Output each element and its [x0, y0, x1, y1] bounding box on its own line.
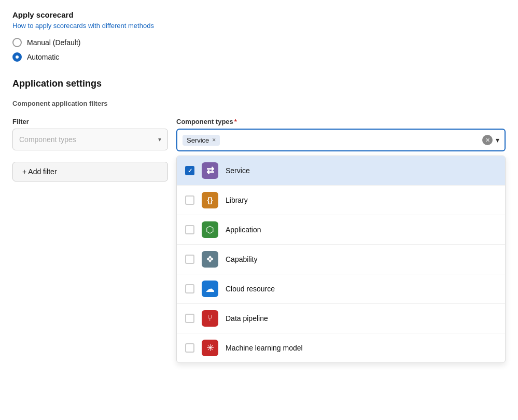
clear-all-icon[interactable]: ✕ [482, 135, 493, 145]
checkbox-library[interactable] [185, 195, 194, 205]
dropdown-list: ⇄ Service {} Library ⬡ Application [176, 156, 506, 363]
checkbox-ml[interactable] [185, 343, 194, 353]
apply-scorecard-section: Apply scorecard How to apply scorecards … [12, 10, 506, 363]
checkbox-service[interactable] [185, 166, 194, 175]
pipeline-label: Data pipeline [226, 314, 268, 323]
radio-automatic-label: Automatic [27, 53, 59, 61]
library-icon: {} [202, 192, 218, 208]
dropdown-item-cloud[interactable]: ☁ Cloud resource [177, 274, 505, 304]
radio-automatic[interactable]: Automatic [12, 52, 506, 62]
filter-col-label: Filter [12, 118, 168, 125]
dropdown-item-service[interactable]: ⇄ Service [177, 156, 505, 186]
application-icon: ⬡ [202, 221, 218, 238]
service-icon: ⇄ [202, 162, 218, 179]
library-label: Library [226, 196, 248, 204]
dropdown-item-library[interactable]: {} Library [177, 186, 505, 215]
dropdown-item-pipeline[interactable]: ⑂ Data pipeline [177, 304, 505, 333]
service-label: Service [226, 166, 250, 175]
ml-icon: ✳ [202, 340, 218, 356]
component-types-input[interactable]: Service × ✕ ▾ [176, 129, 506, 151]
application-label: Application [226, 226, 261, 234]
section-title: Apply scorecard [12, 10, 506, 19]
dropdown-item-application[interactable]: ⬡ Application [177, 215, 505, 245]
cloud-icon: ☁ [202, 281, 218, 297]
app-settings-title: Application settings [12, 78, 506, 89]
cloud-label: Cloud resource [226, 285, 275, 293]
component-types-col: Component types* Service × ✕ ▾ ⇄ Se [176, 118, 506, 363]
add-filter-button[interactable]: + Add filter [12, 162, 168, 181]
filters-label: Component application filters [12, 100, 506, 107]
checkbox-capability[interactable] [185, 255, 194, 264]
checkbox-application[interactable] [185, 225, 194, 234]
pipeline-icon: ⑂ [202, 310, 218, 327]
input-icons: ✕ ▾ [482, 135, 499, 145]
filter-select-text: Component types [19, 135, 76, 144]
filter-chevron-icon: ▾ [158, 136, 161, 143]
help-link[interactable]: How to apply scorecards with different m… [12, 22, 154, 30]
radio-manual-label: Manual (Default) [27, 38, 81, 47]
checkbox-cloud[interactable] [185, 284, 194, 293]
service-tag-close[interactable]: × [212, 137, 216, 143]
filter-select[interactable]: Component types ▾ [12, 129, 168, 150]
service-tag-label: Service [187, 136, 209, 144]
radio-circle-manual [12, 38, 22, 47]
radio-circle-automatic [12, 52, 22, 62]
ml-label: Machine learning model [226, 344, 303, 352]
filter-row: Filter Component types ▾ + Add filter Co… [12, 118, 506, 363]
checkbox-pipeline[interactable] [185, 314, 194, 323]
dropdown-item-capability[interactable]: ❖ Capability [177, 245, 505, 274]
filter-col: Filter Component types ▾ + Add filter [12, 118, 168, 181]
component-types-label: Component types* [176, 118, 506, 125]
radio-manual[interactable]: Manual (Default) [12, 38, 506, 47]
dropdown-chevron-icon[interactable]: ▾ [496, 136, 499, 144]
dropdown-item-ml[interactable]: ✳ Machine learning model [177, 333, 505, 362]
service-tag: Service × [183, 135, 220, 146]
capability-icon: ❖ [202, 251, 218, 268]
radio-group: Manual (Default) Automatic [12, 38, 506, 62]
capability-label: Capability [226, 255, 257, 263]
